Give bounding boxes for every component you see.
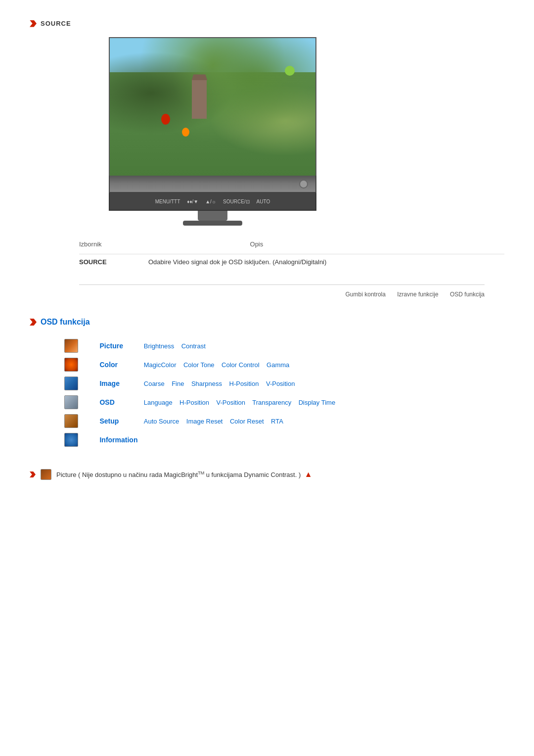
osd-row-image: Image Coarse Fine Sharpness H-Position V…	[59, 374, 405, 393]
osd-icon-cell	[59, 355, 94, 374]
nav-link-controls[interactable]: Gumbi kontrola	[346, 291, 386, 298]
osd-links-cell: Brightness Contrast	[139, 336, 405, 355]
setup-icon	[64, 414, 78, 428]
col2-header: Opis	[250, 240, 264, 248]
desc-cell: Odabire Video signal dok je OSD isključe…	[148, 258, 504, 266]
monitor-controls: MENU/TTT ♦♦/▼ ▲/☼ SOURCE/⊡ AUTO	[109, 193, 316, 211]
osd-links-cell: Coarse Fine Sharpness H-Position V-Posit…	[139, 374, 405, 393]
link-colortone[interactable]: Color Tone	[183, 361, 215, 369]
osd-category-cell: Information	[94, 430, 405, 449]
osd-header: OSD funkcija	[30, 318, 504, 327]
nav-link-osd[interactable]: OSD funkcija	[450, 291, 485, 298]
nav-link-direct[interactable]: Izravne funkcije	[397, 291, 438, 298]
monitor-stand	[198, 211, 227, 221]
link-contrast[interactable]: Contrast	[181, 342, 206, 350]
arrow-icon	[30, 20, 37, 27]
category-information[interactable]: Information	[99, 436, 137, 444]
osd-icon-cell	[59, 430, 94, 449]
link-magiccolor[interactable]: MagicColor	[144, 361, 177, 369]
link-transparency[interactable]: Transparency	[252, 399, 291, 406]
osd-row-color: Color MagicColor Color Tone Color Contro…	[59, 355, 405, 374]
osd-section: OSD funkcija Picture Brightness Contrast	[30, 318, 504, 449]
osd-icon-cell	[59, 412, 94, 430]
link-coarse[interactable]: Coarse	[144, 380, 165, 387]
osd-icon-cell	[59, 374, 94, 393]
osd-category-cell: OSD	[94, 393, 138, 412]
osd-table: Picture Brightness Contrast Color MagicC…	[59, 336, 405, 449]
link-displaytime[interactable]: Display Time	[299, 399, 335, 406]
link-rta[interactable]: RTA	[271, 418, 283, 425]
link-hposition-img[interactable]: H-Position	[229, 380, 259, 387]
link-imagereset[interactable]: Image Reset	[186, 418, 223, 425]
osd-links-cell: MagicColor Color Tone Color Control Gamm…	[139, 355, 405, 374]
link-sharpness[interactable]: Sharpness	[191, 380, 222, 387]
link-fine[interactable]: Fine	[172, 380, 184, 387]
bottom-note-text: Picture ( Nije dostupno u načinu rada Ma…	[56, 470, 312, 479]
menu-cell: SOURCE	[79, 258, 129, 266]
monitor-base	[183, 221, 242, 226]
link-vposition-osd[interactable]: V-Position	[216, 399, 245, 406]
lantern-red	[161, 114, 170, 125]
monitor-container: MENU/TTT ♦♦/▼ ▲/☼ SOURCE/⊡ AUTO	[109, 37, 316, 226]
osd-category-cell: Setup	[94, 412, 138, 430]
link-colorreset[interactable]: Color Reset	[230, 418, 264, 425]
link-vposition-img[interactable]: V-Position	[266, 380, 295, 387]
control-auto: AUTO	[257, 199, 270, 204]
monitor-bezel	[109, 176, 316, 193]
source-header: SOURCE	[30, 20, 504, 27]
link-colorcontrol[interactable]: Color Control	[222, 361, 260, 369]
category-setup[interactable]: Setup	[99, 417, 119, 425]
osd-row-picture: Picture Brightness Contrast	[59, 336, 405, 355]
osd-icon-cell	[59, 393, 94, 412]
osd-title: OSD funkcija	[41, 318, 90, 327]
category-image[interactable]: Image	[99, 379, 119, 387]
osd-links-cell: Auto Source Image Reset Color Reset RTA	[139, 412, 405, 430]
category-osd[interactable]: OSD	[99, 398, 114, 406]
table-row: SOURCE Odabire Video signal dok je OSD i…	[79, 254, 504, 270]
control-source: SOURCE/⊡	[223, 199, 250, 204]
osd-category-cell: Image	[94, 374, 138, 393]
nav-links: Gumbi kontrola Izravne funkcije OSD funk…	[79, 284, 485, 298]
osd-row-setup: Setup Auto Source Image Reset Color Rese…	[59, 412, 405, 430]
category-color[interactable]: Color	[99, 361, 118, 369]
table-header: Izbornik Opis	[79, 240, 504, 248]
control-menu: MENU/TTT	[155, 199, 180, 204]
category-picture[interactable]: Picture	[99, 342, 123, 350]
osd-row-information: Information	[59, 430, 405, 449]
osd-icon-cell	[59, 336, 94, 355]
picture-icon	[64, 339, 78, 353]
control-vol: ♦♦/▼	[187, 199, 198, 204]
image-icon	[64, 377, 78, 390]
osd-links-cell: Language H-Position V-Position Transpare…	[139, 393, 405, 412]
osd-arrow-icon	[30, 319, 37, 326]
up-arrow-icon: ▲	[305, 470, 312, 478]
lantern-orange	[182, 128, 189, 137]
osd-icon	[64, 395, 78, 409]
link-gamma[interactable]: Gamma	[267, 361, 289, 369]
osd-row-osd: OSD Language H-Position V-Position Trans…	[59, 393, 405, 412]
color-icon	[64, 358, 78, 372]
col1-header: Izbornik	[79, 240, 102, 248]
pagoda-decoration	[192, 79, 207, 119]
link-brightness[interactable]: Brightness	[144, 342, 174, 350]
link-hposition-osd[interactable]: H-Position	[179, 399, 209, 406]
bottom-arrow-icon	[30, 472, 36, 477]
table-section: Izbornik Opis SOURCE Odabire Video signa…	[79, 240, 504, 270]
link-autosource[interactable]: Auto Source	[144, 418, 179, 425]
bottom-picture-icon	[41, 469, 51, 480]
link-language[interactable]: Language	[144, 399, 173, 406]
osd-category-cell: Picture	[94, 336, 138, 355]
bottom-note: Picture ( Nije dostupno u načinu rada Ma…	[30, 469, 504, 480]
control-brightness: ▲/☼	[205, 199, 216, 204]
monitor-screen	[109, 37, 316, 176]
ball-green	[285, 66, 295, 76]
info-icon	[64, 433, 78, 447]
source-label: SOURCE	[41, 20, 71, 27]
osd-category-cell: Color	[94, 355, 138, 374]
